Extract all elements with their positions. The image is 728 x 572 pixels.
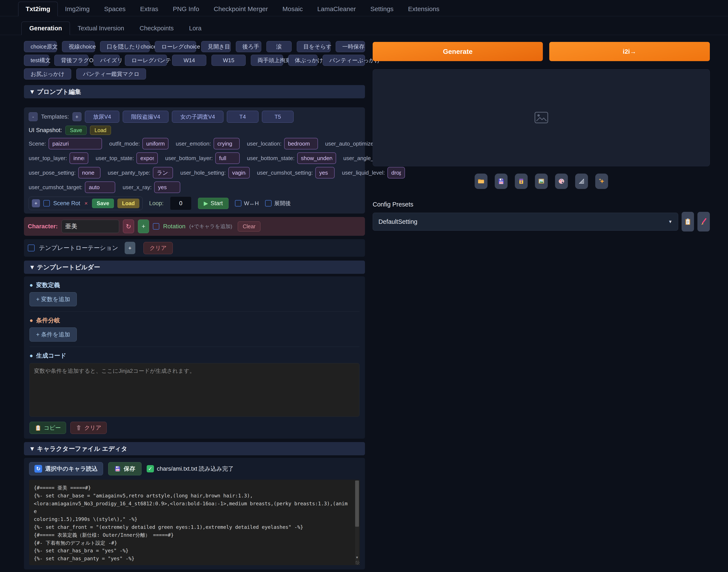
quick-tag[interactable]: ローレグchoice xyxy=(155,41,196,52)
user-pose-input[interactable] xyxy=(78,167,101,178)
character-reload-button[interactable]: ↻ xyxy=(123,219,134,233)
tab-img2img[interactable]: Img2img xyxy=(58,2,97,16)
preset-apply-button[interactable] xyxy=(698,212,710,231)
quick-tag[interactable]: お尻ぶっかけ xyxy=(24,68,71,79)
quick-tag[interactable]: パイズリ xyxy=(93,55,120,66)
user-bottom-layer-input[interactable] xyxy=(215,152,240,164)
character-clear-button[interactable]: Clear xyxy=(238,221,260,231)
character-name-input[interactable] xyxy=(62,220,119,233)
user-top-state-input[interactable] xyxy=(136,152,158,164)
save-image-button[interactable] xyxy=(495,173,508,189)
template-button[interactable]: 階段盗撮V4 xyxy=(123,111,169,123)
template-builder-header[interactable]: ▼ テンプレートビルダー xyxy=(24,261,365,274)
character-file-editor-header[interactable]: ▼ キャラクターファイル エディタ xyxy=(24,442,365,455)
user-panty-type-input[interactable] xyxy=(153,167,173,178)
save-zip-button[interactable] xyxy=(515,173,528,189)
quick-tag[interactable]: 目をそらす xyxy=(297,41,331,52)
scene-rot-add-button[interactable]: + xyxy=(32,199,40,207)
quick-tag[interactable]: W15 xyxy=(211,55,246,66)
quick-tag[interactable]: W14 xyxy=(172,55,206,66)
subtab-checkpoints[interactable]: Checkpoints xyxy=(132,22,182,35)
subtab-lora[interactable]: Lora xyxy=(181,22,209,35)
tab-extensions[interactable]: Extensions xyxy=(401,2,447,16)
scrollbar-thumb[interactable] xyxy=(355,481,359,527)
user-x-ray-input[interactable] xyxy=(154,182,180,193)
scene-rot-load-button[interactable]: Load xyxy=(117,199,140,208)
character-file-code-editor[interactable]: {#===== 亜美 =====#} {%- set char_base = "… xyxy=(29,480,360,565)
generate-button[interactable]: Generate xyxy=(373,42,543,61)
template-rotation-checkbox[interactable] xyxy=(28,244,35,252)
save-character-button[interactable]: 保存 xyxy=(108,462,141,476)
after-expand-checkbox[interactable] xyxy=(265,200,271,207)
tab-txt2img[interactable]: Txt2img xyxy=(18,2,58,16)
outfit-mode-input[interactable] xyxy=(142,138,169,149)
upscale-button[interactable] xyxy=(595,173,608,189)
load-selected-character-button[interactable]: ↻ 選択中のキャラ読込 xyxy=(29,462,103,476)
generated-code-textarea[interactable] xyxy=(29,363,359,417)
send-to-img2img-button[interactable] xyxy=(535,173,548,189)
scene-input[interactable] xyxy=(49,138,102,149)
add-condition-button[interactable]: + 条件を追加 xyxy=(29,328,77,342)
user-cumshot-setting-input[interactable] xyxy=(315,167,335,178)
snapshot-save-button[interactable]: Save xyxy=(65,126,86,135)
snapshot-load-button[interactable]: Load xyxy=(90,126,111,135)
quick-tag[interactable]: 両手頭上拘束 xyxy=(251,55,283,66)
quick-tag[interactable]: choice原文 xyxy=(24,41,57,52)
user-hole-input[interactable] xyxy=(228,167,250,178)
tab-extras[interactable]: Extras xyxy=(133,2,166,16)
tab-spaces[interactable]: Spaces xyxy=(97,2,133,16)
user-cumshot-target-input[interactable] xyxy=(85,182,115,193)
quick-tag[interactable]: 一時保存 xyxy=(336,41,365,52)
resize-grip[interactable] xyxy=(355,561,359,565)
user-bottom-state-input[interactable] xyxy=(297,152,336,164)
tab-settings[interactable]: Settings xyxy=(363,2,401,16)
send-to-inpaint-button[interactable] xyxy=(555,173,568,189)
quick-tag[interactable]: パンティー鑑賞マクロ xyxy=(76,68,146,79)
character-add-button[interactable]: + xyxy=(138,219,149,233)
tab-checkpoint-merger[interactable]: Checkpoint Merger xyxy=(206,2,275,16)
scene-rot-checkbox[interactable] xyxy=(44,200,50,207)
quick-tag[interactable]: 後ろ手 xyxy=(236,41,261,52)
open-folder-button[interactable] xyxy=(475,173,487,189)
quick-tag[interactable]: 視線choice xyxy=(62,41,95,52)
loop-count-input[interactable] xyxy=(170,197,192,210)
template-rotation-add-button[interactable]: + xyxy=(125,242,135,254)
copy-code-button[interactable]: コピー xyxy=(29,422,66,434)
send-to-i2i-button[interactable]: i2i→ xyxy=(549,42,710,61)
scene-rot-save-button[interactable]: Save xyxy=(92,199,114,208)
quick-tag[interactable]: ローレグパンティー xyxy=(125,55,167,66)
quick-tag[interactable]: 見開き目 xyxy=(201,41,231,52)
user-emotion-input[interactable] xyxy=(214,138,240,149)
quick-tag[interactable]: test構文 xyxy=(24,55,49,66)
character-rotation-checkbox[interactable] xyxy=(153,223,159,229)
config-preset-dropdown[interactable]: DefaultSetting ▼ xyxy=(373,213,678,231)
template-rotation-clear-button[interactable]: クリア xyxy=(143,242,173,254)
add-variable-button[interactable]: + 変数を追加 xyxy=(29,292,77,306)
tab-lamacleaner[interactable]: LamaCleaner xyxy=(310,2,363,16)
tab-mosaic[interactable]: Mosaic xyxy=(275,2,310,16)
tab-png-info[interactable]: PNG Info xyxy=(166,2,206,16)
send-to-extras-button[interactable] xyxy=(575,173,588,189)
templates-minus-button[interactable]: - xyxy=(29,112,38,121)
template-button[interactable]: 放尿V4 xyxy=(85,111,120,123)
clear-code-button[interactable]: クリア xyxy=(70,422,107,434)
template-button[interactable]: 女の子調査V4 xyxy=(172,111,223,123)
scrollbar-down-arrow[interactable]: ▼ xyxy=(355,556,359,559)
quick-tag[interactable]: 体ぶっかけ xyxy=(288,55,318,66)
character-file-code[interactable]: {#===== 亜美 =====#} {%- set char_base = "… xyxy=(34,484,349,565)
prompt-editor-header[interactable]: ▼ プロンプト編集 xyxy=(24,85,365,98)
scrollbar[interactable]: ▼ xyxy=(355,481,359,564)
scene-rot-close-button[interactable]: × xyxy=(84,200,88,207)
quick-tag[interactable]: 口を隠したりchoice xyxy=(100,41,149,52)
wh-swap-checkbox[interactable] xyxy=(235,200,242,207)
subtab-generation[interactable]: Generation xyxy=(21,21,70,35)
quick-tag[interactable]: 涙 xyxy=(266,41,291,52)
user-location-input[interactable] xyxy=(284,138,318,149)
user-top-layer-input[interactable] xyxy=(69,152,88,164)
template-button[interactable]: T4 xyxy=(227,111,259,123)
subtab-textual-inversion[interactable]: Textual Inversion xyxy=(70,22,132,35)
preset-clipboard-button[interactable] xyxy=(682,212,694,231)
start-button[interactable]: ▶ Start xyxy=(198,198,228,209)
quick-tag[interactable]: パンティーぶっかけ xyxy=(323,55,365,66)
template-button[interactable]: T5 xyxy=(262,111,293,123)
